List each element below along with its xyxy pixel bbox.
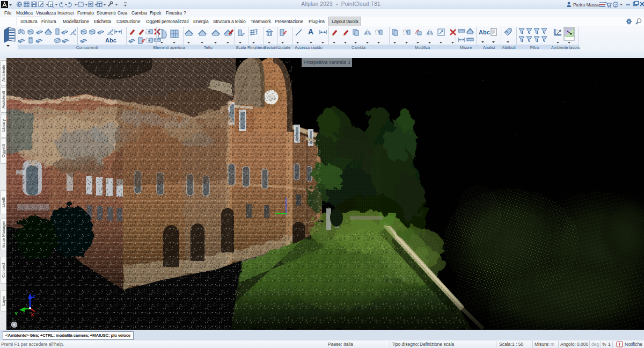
svg-text:A: A: [308, 27, 313, 36]
svg-text:Z: Z: [32, 293, 35, 299]
svg-text:O: O: [506, 31, 508, 34]
svg-text:Y: Y: [14, 310, 18, 316]
svg-text:Abc: Abc: [105, 37, 116, 44]
svg-text:Abc: Abc: [479, 29, 490, 35]
svg-text:X: X: [31, 311, 34, 317]
svg-text:?: ?: [614, 3, 617, 8]
svg-text:Pietro Massai: Pietro Massai: [573, 2, 601, 8]
